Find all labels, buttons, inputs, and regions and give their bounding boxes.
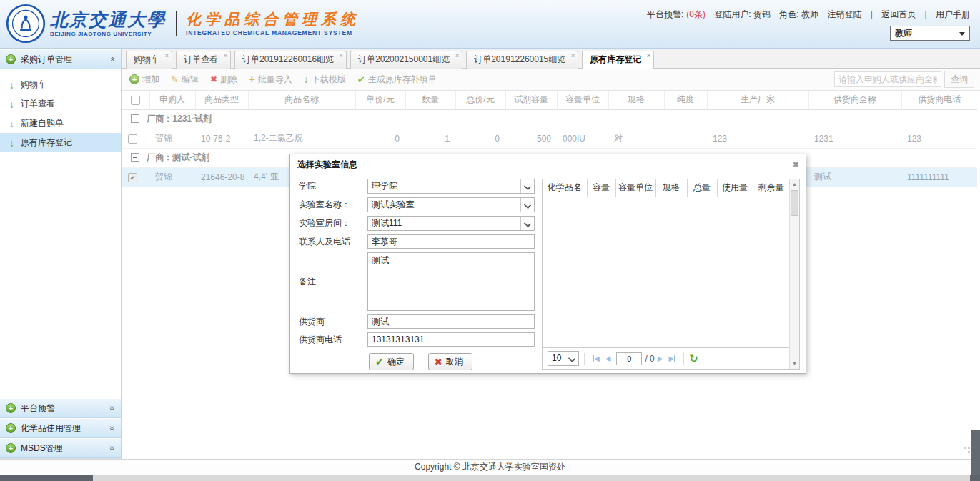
- page-number-input[interactable]: [616, 352, 642, 365]
- cell: 0: [455, 129, 505, 148]
- scrollbar-thumb[interactable]: [0, 475, 93, 481]
- sidebar-item-order-view[interactable]: ↓ 订单查看: [0, 94, 121, 114]
- page-size-select[interactable]: 10: [548, 351, 579, 366]
- scroll-down-icon[interactable]: ▼: [790, 359, 799, 369]
- column-header: 供货商电话: [901, 91, 977, 109]
- sidebar-section-platform-alert[interactable]: + 平台预警 »: [0, 398, 121, 418]
- lab-name-label: 实验室名称：: [299, 199, 367, 211]
- group-row-1231[interactable]: 厂商：1231-试剂: [122, 109, 977, 129]
- row-checkbox-checked[interactable]: ✔: [128, 173, 137, 182]
- sidebar-section-chemical-usage[interactable]: + 化学品使用管理 »: [0, 418, 121, 438]
- prev-page-icon[interactable]: ◀: [605, 354, 611, 362]
- cell: 贺锦: [149, 167, 195, 187]
- lab-name-select[interactable]: 测试实验室: [367, 197, 535, 212]
- download-template-button[interactable]: ↓ 下载模版: [304, 74, 346, 86]
- next-page-icon[interactable]: ▶: [658, 354, 663, 362]
- manual-link[interactable]: 用户手册: [936, 9, 970, 19]
- close-icon[interactable]: ×: [571, 52, 575, 59]
- column-header: 申购人: [149, 91, 195, 109]
- remark-textarea[interactable]: 测试: [367, 252, 535, 311]
- resize-grip[interactable]: [964, 447, 966, 449]
- separator: |: [871, 9, 873, 19]
- home-link[interactable]: 返回首页: [881, 9, 916, 19]
- delete-button[interactable]: ✖ 删除: [210, 74, 237, 86]
- cancel-button[interactable]: ✖ 取消: [428, 353, 472, 370]
- logout-link[interactable]: 注销登陆: [827, 9, 861, 19]
- sidebar-item-new-self-order[interactable]: ↓ 新建自购单: [0, 114, 121, 133]
- tab-order-202002150001[interactable]: 订单202002150001细览 ×: [350, 51, 462, 69]
- supplier-label: 供货商: [299, 316, 367, 328]
- cell: 500: [505, 129, 557, 148]
- sidebar-item-cart[interactable]: ↓ 购物车: [0, 75, 121, 94]
- download-icon: ↓: [304, 74, 309, 84]
- tab-order-201912260015[interactable]: 订单201912260015细览 ×: [466, 51, 578, 69]
- university-name: 北京交通大學 BEIJING JIAOTONG UNIVERSITY: [50, 11, 166, 37]
- scrollbar-thumb[interactable]: [791, 190, 798, 216]
- dialog-close-icon[interactable]: ✖: [793, 154, 799, 174]
- expand-icon[interactable]: »: [108, 446, 118, 451]
- search-input[interactable]: [834, 71, 941, 87]
- scroll-up-icon[interactable]: ▲: [790, 179, 799, 189]
- lab-room-select[interactable]: 测试111: [367, 216, 535, 231]
- first-page-icon[interactable]: ◀: [593, 354, 600, 362]
- close-icon[interactable]: ×: [340, 52, 343, 59]
- button-label: 批量导入: [258, 74, 292, 86]
- vertical-scrollbar[interactable]: ▲ ▼: [789, 179, 799, 369]
- tab-order-201912260016[interactable]: 订单201912260016细览 ×: [234, 51, 347, 69]
- role-select-value: 教师: [895, 28, 912, 38]
- button-label: 删除: [220, 74, 237, 86]
- close-icon[interactable]: ×: [165, 52, 169, 59]
- sidebar-section-msds[interactable]: + MSDS管理 »: [0, 438, 121, 458]
- sidebar-section-purchase-order[interactable]: + 采购订单管理 »: [0, 49, 121, 69]
- row-checkbox[interactable]: [128, 134, 137, 144]
- close-icon[interactable]: ×: [647, 52, 650, 59]
- close-icon[interactable]: ×: [224, 52, 227, 59]
- close-icon[interactable]: ×: [455, 52, 459, 59]
- collapse-group-icon[interactable]: [131, 114, 139, 123]
- select-all-checkbox[interactable]: [131, 96, 140, 105]
- expand-icon[interactable]: »: [108, 406, 118, 411]
- app-header: 北京交通大學 BEIJING JIAOTONG UNIVERSITY 化学品综合…: [0, 0, 980, 49]
- divider: [584, 353, 585, 365]
- generate-refill-button[interactable]: ✔ 生成原库存补填单: [357, 74, 437, 86]
- collapse-icon[interactable]: »: [108, 57, 118, 62]
- dialog-title-bar[interactable]: 选择实验室信息 ✖: [290, 154, 806, 174]
- supplier-input[interactable]: [367, 314, 535, 329]
- batch-import-button[interactable]: + 批量导入: [249, 74, 292, 86]
- page-size-value: 10: [548, 352, 565, 365]
- confirm-button[interactable]: ✔ 确定: [369, 353, 414, 370]
- down-arrow-icon: ↓: [9, 119, 14, 129]
- sidebar-item-existing-inventory[interactable]: ↓ 原有库存登记: [0, 133, 121, 152]
- footer: Copyright © 北京交通大学实验室国资处: [0, 459, 980, 475]
- expand-icon[interactable]: »: [108, 426, 118, 431]
- contact-input[interactable]: [367, 234, 535, 249]
- sidebar-item-label: 原有库存登记: [21, 137, 72, 149]
- tab-existing-inventory[interactable]: 原有库存登记 ×: [582, 51, 654, 69]
- tab-order-view[interactable]: 订单查看 ×: [176, 51, 231, 69]
- chevron-down-icon[interactable]: [520, 217, 534, 230]
- university-name-en: BEIJING JIAOTONG UNIVERSITY: [50, 31, 166, 37]
- page-horizontal-scrollbar[interactable]: [0, 475, 980, 481]
- add-button[interactable]: + 增加: [129, 74, 159, 86]
- cell: 贺锦: [149, 129, 195, 148]
- remark-label: 备注: [299, 276, 367, 288]
- search-button[interactable]: 查询: [944, 71, 974, 88]
- college-select[interactable]: 理学院: [367, 179, 535, 194]
- table-row[interactable]: 贺锦 10-76-2 1,2-二氯乙烷 0 1 0 500 000IU 对 12…: [122, 129, 977, 148]
- button-label: 取消: [446, 356, 463, 368]
- collapse-group-icon[interactable]: [131, 153, 139, 162]
- chevron-down-icon[interactable]: [565, 352, 578, 365]
- chevron-down-icon[interactable]: [520, 179, 534, 193]
- page-vertical-scrollbar-thumb[interactable]: [971, 430, 980, 476]
- chevron-down-icon[interactable]: [520, 198, 534, 212]
- supplier-phone-input[interactable]: [367, 332, 535, 347]
- plus-circle-icon: +: [6, 423, 16, 433]
- cell: 对: [608, 129, 664, 148]
- tab-cart[interactable]: 购物车 ×: [126, 51, 172, 69]
- edit-button[interactable]: ✎ 编辑: [171, 74, 199, 86]
- role-select[interactable]: 教师: [890, 26, 970, 41]
- last-page-icon[interactable]: ▶: [668, 354, 675, 362]
- refresh-icon[interactable]: ↻: [689, 352, 698, 365]
- alert-count[interactable]: (0条): [686, 9, 706, 19]
- plus-circle-icon: +: [6, 443, 16, 453]
